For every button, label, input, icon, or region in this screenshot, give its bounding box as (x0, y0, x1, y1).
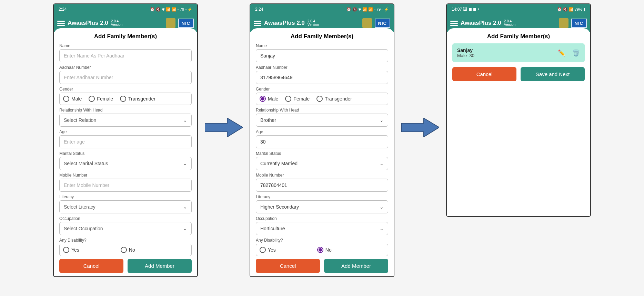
label-relation: Relationship With Head (256, 108, 388, 113)
label-marital: Marital Status (256, 151, 388, 156)
disability-radio-group: Yes No (256, 244, 388, 256)
label-gender: Gender (59, 87, 192, 92)
status-bar: 2:24 ⏰ 🔇 ✱ 📶 📶 ▫79▫ ⚡ (250, 4, 394, 14)
member-info: Sanjay Male 30 (457, 47, 474, 58)
literacy-select[interactable]: Higher Secondary⌄ (256, 200, 388, 213)
app-version: 2.0.4Version (111, 20, 122, 27)
button-row: Cancel Add Member (59, 259, 192, 273)
radio-no[interactable]: No (317, 247, 332, 253)
radio-yes[interactable]: Yes (260, 247, 276, 253)
status-bar: 14:07 🖼 ◼ ◼ • ⏰ 🔇 📶 79% ▮ (447, 4, 590, 14)
cancel-button[interactable]: Cancel (256, 259, 320, 273)
add-member-button[interactable]: Add Member (324, 259, 388, 273)
form-content: Add Family Member(s) Name Aadhaar Number… (54, 28, 197, 276)
mobile-input[interactable] (256, 179, 388, 192)
member-meta: Male 30 (457, 53, 474, 58)
mobile-input[interactable] (59, 179, 192, 192)
marital-select[interactable]: Currently Married⌄ (256, 157, 388, 170)
status-icons: ⏰ 🔇 ✱ 📶 📶 ▫79▫ ⚡ (150, 7, 192, 12)
occupation-select[interactable]: Select Occupation⌄ (59, 222, 192, 235)
status-time: 2:24 (59, 7, 67, 12)
radio-transgender[interactable]: Transgender (316, 96, 352, 102)
label-name: Name (59, 43, 192, 48)
age-input[interactable] (59, 135, 192, 148)
button-row: Cancel Add Member (256, 259, 388, 273)
page-title: Add Family Member(s) (452, 33, 585, 40)
page-title: Add Family Member(s) (59, 33, 192, 40)
chevron-down-icon: ⌄ (183, 226, 187, 231)
chevron-down-icon: ⌄ (183, 117, 187, 123)
label-age: Age (256, 129, 388, 134)
svg-marker-1 (401, 118, 439, 137)
label-marital: Marital Status (59, 151, 192, 156)
gender-radio-group: Male Female Transgender (256, 93, 388, 105)
member-actions: ✏️ 🗑️ (558, 49, 580, 57)
gender-radio-group: Male Female Transgender (59, 93, 192, 105)
form-content: Add Family Member(s) Name Aadhaar Number… (250, 28, 394, 276)
save-next-button[interactable]: Save and Next (521, 67, 585, 81)
radio-female[interactable]: Female (285, 96, 310, 102)
relation-select[interactable]: Select Relation⌄ (59, 114, 192, 127)
aadhaar-input[interactable] (59, 71, 192, 84)
status-icons: ⏰ 🔇 ✱ 📶 📶 ▫79▫ ⚡ (346, 7, 389, 12)
phone-screen-2: 2:24 ⏰ 🔇 ✱ 📶 📶 ▫79▫ ⚡ AwaasPlus 2.0 2.0.… (250, 3, 394, 277)
label-aadhaar: Aadhaar Number (59, 65, 192, 70)
label-occupation: Occupation (59, 216, 192, 221)
emblem-icon (166, 18, 175, 28)
label-occupation: Occupation (256, 216, 388, 221)
phone-screen-3: 14:07 🖼 ◼ ◼ • ⏰ 🔇 📶 79% ▮ AwaasPlus 2.0 … (446, 3, 591, 217)
occupation-select[interactable]: Horticulture⌄ (256, 222, 388, 235)
status-time: 14:07 🖼 ◼ ◼ • (452, 7, 479, 12)
age-input[interactable] (256, 135, 388, 148)
literacy-select[interactable]: Select Literacy⌄ (59, 200, 192, 213)
disability-radio-group: Yes No (59, 244, 192, 256)
label-literacy: Literacy (59, 194, 192, 199)
cancel-button[interactable]: Cancel (59, 259, 123, 273)
member-name: Sanjay (457, 47, 474, 53)
member-card: Sanjay Male 30 ✏️ 🗑️ (452, 43, 585, 62)
radio-yes[interactable]: Yes (63, 247, 79, 253)
menu-icon[interactable] (450, 21, 458, 26)
radio-male[interactable]: Male (260, 96, 278, 102)
chevron-down-icon: ⌄ (380, 161, 384, 166)
add-member-button[interactable]: Add Member (128, 259, 192, 273)
name-input[interactable] (256, 49, 388, 62)
phone-screen-1: 2:24 ⏰ 🔇 ✱ 📶 📶 ▫79▫ ⚡ AwaasPlus 2.0 2.0.… (53, 3, 198, 277)
label-gender: Gender (256, 87, 388, 92)
radio-no[interactable]: No (121, 247, 135, 253)
app-version: 2.0.4Version (308, 20, 319, 27)
arrow-icon (401, 118, 439, 137)
nic-badge: NIC (571, 19, 587, 28)
status-bar: 2:24 ⏰ 🔇 ✱ 📶 📶 ▫79▫ ⚡ (54, 4, 197, 14)
menu-icon[interactable] (57, 21, 65, 26)
app-title: AwaasPlus 2.0 (461, 20, 501, 27)
delete-icon[interactable]: 🗑️ (572, 49, 580, 57)
app-title: AwaasPlus 2.0 (264, 20, 305, 27)
label-name: Name (256, 43, 388, 48)
nic-badge: NIC (375, 19, 390, 28)
relation-select[interactable]: Brother⌄ (256, 114, 388, 127)
cancel-button[interactable]: Cancel (452, 67, 516, 81)
nic-badge: NIC (178, 19, 194, 28)
marital-select[interactable]: Select Marital Status⌄ (59, 157, 192, 170)
arrow-icon (205, 118, 243, 137)
summary-content: Add Family Member(s) Sanjay Male 30 ✏️ 🗑… (447, 28, 590, 216)
radio-male[interactable]: Male (63, 96, 82, 102)
label-disability: Any Disability? (256, 238, 388, 243)
aadhaar-input[interactable] (256, 71, 388, 84)
arrow-2 (401, 3, 439, 251)
name-input[interactable] (59, 49, 192, 62)
label-relation: Relationship With Head (59, 108, 192, 113)
app-title: AwaasPlus 2.0 (68, 20, 108, 27)
chevron-down-icon: ⌄ (380, 226, 384, 231)
label-mobile: Mobile Number (256, 173, 388, 178)
label-literacy: Literacy (256, 194, 388, 199)
edit-icon[interactable]: ✏️ (558, 49, 565, 57)
label-disability: Any Disability? (59, 238, 192, 243)
chevron-down-icon: ⌄ (380, 204, 384, 210)
radio-female[interactable]: Female (89, 96, 113, 102)
radio-transgender[interactable]: Transgender (120, 96, 155, 102)
menu-icon[interactable] (254, 21, 261, 26)
svg-marker-0 (205, 118, 243, 137)
button-row: Cancel Save and Next (452, 67, 585, 81)
